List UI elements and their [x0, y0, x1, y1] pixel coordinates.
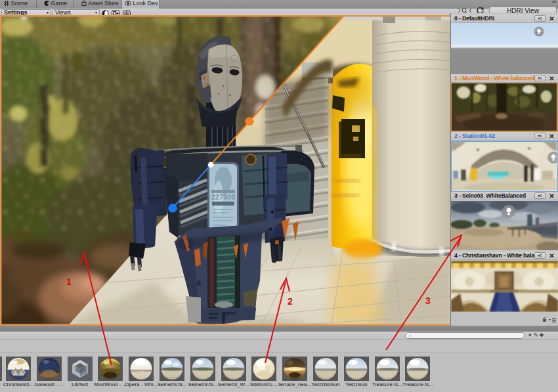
- svg-text:227900: 227900: [211, 193, 236, 201]
